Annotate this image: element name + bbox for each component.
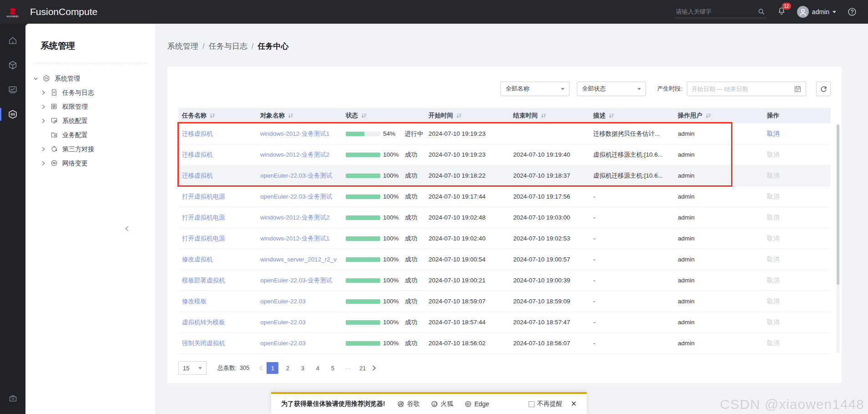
tree-item-系统配置[interactable]: 系统配置 xyxy=(25,114,155,128)
tree-item-网络变更[interactable]: 网络变更 xyxy=(25,156,155,170)
task-name-link[interactable]: 迁移虚拟机 xyxy=(182,172,213,179)
page-button-3[interactable]: 3 xyxy=(297,362,308,374)
task-name-link[interactable]: 强制关闭虚拟机 xyxy=(182,340,225,347)
search-input[interactable] xyxy=(675,5,768,18)
sort-icon[interactable] xyxy=(706,113,711,118)
object-name-link[interactable]: openEuler-22.03 xyxy=(260,298,306,305)
task-name-link[interactable]: 打开虚拟机电源 xyxy=(182,214,225,221)
progress-bar xyxy=(346,278,380,283)
object-name-link[interactable]: windows_server_2012_r2_v xyxy=(260,256,337,263)
operator-user: admin xyxy=(674,130,732,137)
browser-option-chrome[interactable]: 谷歌 xyxy=(397,400,420,408)
progress-percent: 54% xyxy=(383,130,404,137)
end-time: 2024-07-10 19:00:57 xyxy=(510,256,590,263)
rail-item-system[interactable] xyxy=(0,107,25,122)
task-name-link[interactable]: 打开虚拟机电源 xyxy=(182,235,225,242)
sort-icon[interactable] xyxy=(456,113,462,118)
breadcrumb-link[interactable]: 系统管理 xyxy=(167,42,198,51)
object-name-link[interactable]: openEuler-22.03-业务测试 xyxy=(260,193,332,200)
help-button[interactable] xyxy=(847,7,857,17)
start-time: 2024-07-10 18:57:44 xyxy=(425,319,510,326)
task-name-link[interactable]: 虚拟机转为模板 xyxy=(182,319,225,326)
chevron-right-icon[interactable] xyxy=(41,118,46,124)
object-name-link[interactable]: openEuler-22.03-业务测试 xyxy=(260,172,332,179)
status-text: 成功 xyxy=(405,151,417,159)
cancel-action[interactable]: 取消 xyxy=(767,340,779,347)
rail-item-toolbox[interactable] xyxy=(0,390,25,406)
scrollbar-thumb[interactable] xyxy=(837,124,839,285)
browser-option-edge[interactable]: Edge xyxy=(464,400,490,408)
chevron-right-icon[interactable] xyxy=(41,147,46,152)
object-name-link[interactable]: windows-2012-业务测试1 xyxy=(260,235,329,242)
sidebar-collapse-handle[interactable] xyxy=(125,225,129,233)
status-filter-select[interactable]: 全部状态 xyxy=(577,82,646,96)
sort-icon[interactable] xyxy=(288,113,293,118)
object-name-link[interactable]: openEuler-22.03 xyxy=(260,340,306,347)
task-name-link[interactable]: 迁移虚拟机 xyxy=(182,151,213,158)
tree-item-系统管理[interactable]: 系统管理 xyxy=(25,72,155,86)
task-name-link[interactable]: 模板部署虚拟机 xyxy=(182,277,225,284)
rail-item-home[interactable] xyxy=(0,33,25,48)
task-name-link[interactable]: 修改虚拟机 xyxy=(182,256,213,263)
tree-item-权限管理[interactable]: 权限管理 xyxy=(25,100,155,114)
browser-option-firefox[interactable]: 火狐 xyxy=(431,400,454,408)
tree-item-任务与日志[interactable]: 任务与日志 xyxy=(25,86,155,100)
cancel-action[interactable]: 取消 xyxy=(767,319,779,326)
sort-icon[interactable] xyxy=(361,113,367,118)
rail-item-monitor[interactable] xyxy=(0,82,25,97)
cancel-action[interactable]: 取消 xyxy=(767,214,779,221)
object-name-link[interactable]: windows-2012-业务测试2 xyxy=(260,214,329,221)
breadcrumb-link[interactable]: 任务与日志 xyxy=(209,42,247,51)
rail-item-resources[interactable] xyxy=(0,57,25,73)
search-icon[interactable] xyxy=(757,8,765,15)
pagination: 15 总条数:305 12345···21 xyxy=(178,361,831,375)
sort-icon[interactable] xyxy=(609,113,614,118)
chevron-right-icon[interactable] xyxy=(41,104,46,110)
chevron-right-icon[interactable] xyxy=(41,90,46,96)
sort-icon[interactable] xyxy=(541,113,546,118)
refresh-button[interactable] xyxy=(816,82,831,96)
object-name-link[interactable]: windows-2012-业务测试2 xyxy=(260,151,329,158)
prev-page-button[interactable] xyxy=(258,365,263,371)
cancel-action[interactable]: 取消 xyxy=(767,130,779,137)
task-name-link[interactable]: 迁移虚拟机 xyxy=(182,130,213,137)
next-page-button[interactable] xyxy=(372,365,377,371)
tree-item-第三方对接[interactable]: 第三方对接 xyxy=(25,142,155,156)
date-range-input[interactable] xyxy=(691,86,794,92)
cancel-action[interactable]: 取消 xyxy=(767,235,779,242)
page-button-1[interactable]: 1 xyxy=(267,362,278,374)
page-button-4[interactable]: 4 xyxy=(312,362,323,374)
user-menu[interactable]: admin xyxy=(797,6,836,18)
object-name-link[interactable]: openEuler-22.03-业务测试 xyxy=(260,277,332,284)
dont-remind-checkbox[interactable]: 不再提醒 xyxy=(529,400,563,408)
task-name-link[interactable]: 打开虚拟机电源 xyxy=(182,193,225,200)
calendar-icon[interactable] xyxy=(794,85,802,93)
description: - xyxy=(590,214,674,221)
close-icon[interactable]: ✕ xyxy=(571,400,577,408)
page-size-select[interactable]: 15 xyxy=(178,361,207,375)
object-name-link[interactable]: openEuler-22.03 xyxy=(260,319,306,326)
object-name-link[interactable]: windows-2012-业务测试1 xyxy=(260,130,329,137)
cancel-action[interactable]: 取消 xyxy=(767,172,779,179)
table-row: 修改虚拟机windows_server_2012_r2_v100%成功2024-… xyxy=(178,249,831,270)
page-button-21[interactable]: 21 xyxy=(357,362,368,374)
task-name-link[interactable]: 修改模板 xyxy=(182,298,207,305)
chevron-down-icon[interactable] xyxy=(33,76,39,82)
column-header-desc: 描述 xyxy=(590,112,674,120)
name-filter-select[interactable]: 全部名称 xyxy=(500,82,570,96)
notifications-button[interactable]: 12 xyxy=(777,6,786,17)
operator-user: admin xyxy=(674,151,732,158)
page-button-2[interactable]: 2 xyxy=(282,362,293,374)
cancel-action[interactable]: 取消 xyxy=(767,193,779,200)
progress-bar xyxy=(346,257,380,262)
cancel-action[interactable]: 取消 xyxy=(767,256,779,263)
sort-icon[interactable] xyxy=(210,113,215,118)
chevron-right-icon[interactable] xyxy=(41,161,46,166)
cancel-action[interactable]: 取消 xyxy=(767,151,779,158)
tree-item-业务配置[interactable]: 业务配置 xyxy=(25,128,155,142)
table-scrollbar[interactable] xyxy=(837,124,839,353)
cancel-action[interactable]: 取消 xyxy=(767,298,779,305)
cancel-action[interactable]: 取消 xyxy=(767,277,779,284)
date-range-picker[interactable] xyxy=(687,82,806,96)
page-button-5[interactable]: 5 xyxy=(327,362,338,374)
